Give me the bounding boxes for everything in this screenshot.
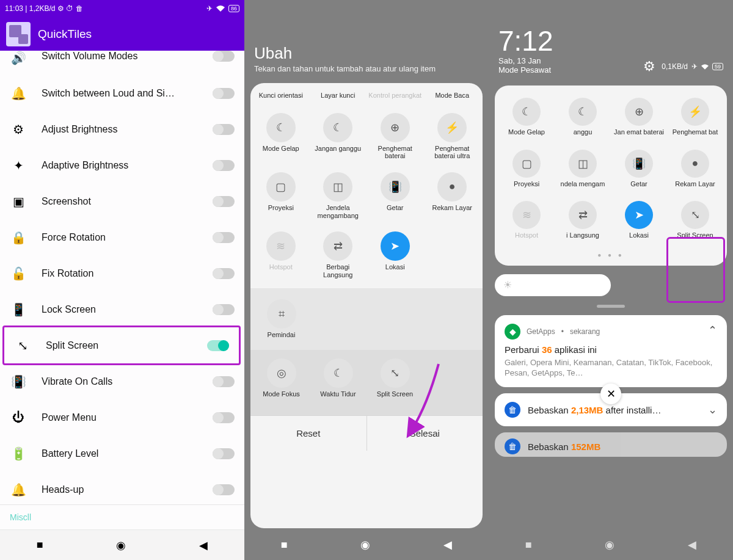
- settings-row[interactable]: ⚙Adjust Brightness: [0, 111, 244, 147]
- toggle-switch[interactable]: [213, 160, 235, 171]
- settings-row[interactable]: 🔓Fix Rotation: [0, 255, 244, 291]
- nav-recent-icon[interactable]: ■: [37, 539, 43, 551]
- toggle-switch[interactable]: [213, 484, 235, 495]
- qs-tile[interactable]: ▢Proyeksi: [498, 146, 555, 194]
- notification-free[interactable]: ✕ 🗑 Bebaskan 2,13MB after installi… ⌄: [495, 393, 727, 426]
- settings-row[interactable]: 🔊Switch Volume Modes: [0, 51, 244, 75]
- chevron-up-icon[interactable]: ⌃: [708, 324, 717, 337]
- qs-tile[interactable]: ➤Lokasi: [611, 197, 667, 245]
- qs-tile[interactable]: ☾Jangan ganggu: [310, 109, 366, 166]
- toggle-switch[interactable]: [213, 268, 235, 279]
- done-button[interactable]: Selesai: [367, 416, 483, 451]
- tile-label: Penghemat baterai: [368, 145, 422, 160]
- settings-row[interactable]: 🔒Force Rotation: [0, 219, 244, 255]
- notification-free-2[interactable]: 🗑 Bebaskan 152MB: [495, 432, 727, 457]
- settings-label: Split Screen: [46, 340, 192, 351]
- qs-tile[interactable]: ●Rekam Layar: [425, 169, 481, 225]
- tile-label: Waktu Tidur: [320, 390, 356, 398]
- toggle-switch[interactable]: [213, 51, 235, 62]
- moon-sun-icon: ☾: [266, 113, 296, 142]
- battery-icon: 🔋: [10, 446, 27, 461]
- settings-row[interactable]: 🔋Battery Level: [0, 435, 244, 471]
- toggle-switch[interactable]: [213, 448, 235, 459]
- toggle-switch[interactable]: [213, 232, 235, 243]
- settings-gear-icon[interactable]: ⚙: [643, 59, 655, 75]
- nav-home-icon[interactable]: ◉: [116, 539, 126, 552]
- toggle-switch[interactable]: [213, 412, 235, 423]
- tile-label: Lokasi: [629, 231, 649, 239]
- qs-mode: Mode Pesawat: [498, 65, 551, 75]
- qs-tile[interactable]: ⌗Pemindai: [253, 296, 310, 345]
- tile-label: Getar: [387, 204, 404, 212]
- window-icon: ◫: [569, 150, 597, 178]
- qs-tile[interactable]: ◫Jendela mengambang: [310, 169, 366, 225]
- qs-tile[interactable]: ⇄Berbagi Langsung: [310, 228, 366, 285]
- settings-row[interactable]: ▣Screenshot: [0, 183, 244, 219]
- qs-tile[interactable]: ☾Mode Gelap: [498, 94, 555, 142]
- qs-tile[interactable]: 📳Getar: [367, 169, 423, 225]
- settings-row[interactable]: 📱Lock Screen: [0, 291, 244, 327]
- battery-icon: 59: [712, 63, 723, 70]
- nav-recent-icon[interactable]: ■: [281, 539, 288, 551]
- tile-label: Mode Gelap: [508, 128, 545, 136]
- settings-list[interactable]: 🔊Switch Volume Modes🔔Switch between Loud…: [0, 51, 244, 504]
- toggle-switch[interactable]: [213, 304, 235, 315]
- cast-icon: ▢: [512, 150, 541, 178]
- qs-tile[interactable]: ≋Hotspot: [498, 197, 555, 245]
- tile-label: anggu: [574, 128, 593, 136]
- settings-row[interactable]: 📳Vibrate On Calls: [0, 363, 244, 399]
- settings-row[interactable]: 🔔Switch between Loud and Si…: [0, 75, 244, 111]
- nav-recent-icon[interactable]: ■: [525, 539, 532, 551]
- settings-row[interactable]: ⤡Split Screen: [4, 327, 239, 363]
- toggle-switch[interactable]: [213, 376, 235, 387]
- tile-label: Mode Gelap: [263, 145, 299, 153]
- qs-tile[interactable]: ⊕Jan emat baterai: [611, 94, 667, 142]
- qs-tile[interactable]: ●Rekam Layar: [667, 146, 723, 194]
- toggle-switch[interactable]: [213, 124, 235, 135]
- qs-tile[interactable]: ☾Mode Gelap: [253, 109, 309, 166]
- settings-label: Fix Rotation: [42, 268, 198, 279]
- toggle-switch[interactable]: [213, 196, 235, 207]
- bolt-icon: ⚡: [681, 98, 709, 126]
- nav-home-icon[interactable]: ◉: [360, 538, 370, 551]
- tile-label: Jan emat baterai: [614, 128, 664, 136]
- qs-tile[interactable]: ≋Hotspot: [253, 228, 309, 285]
- tile-label: Rekam Layar: [675, 180, 715, 188]
- nav-back-icon[interactable]: ◀: [688, 538, 696, 551]
- screenshot-icon: ▣: [10, 194, 27, 209]
- tile-label: Mode Fokus: [263, 390, 300, 398]
- qs-tile[interactable]: ➤Lokasi: [367, 228, 423, 285]
- settings-row[interactable]: ✦Adaptive Brightness: [0, 147, 244, 183]
- notification-getapps[interactable]: ◆ GetApps • sekarang ⌃ Perbarui 36 aplik…: [495, 315, 727, 387]
- qs-tile[interactable]: ⊕Penghemat baterai: [367, 109, 423, 166]
- qs-header: 7:12 Sab, 13 Jan Mode Pesawat ⚙ 0,1KB/d …: [489, 0, 733, 78]
- brightness-icon: ☀: [503, 279, 512, 291]
- qs-tile[interactable]: 📳Getar: [611, 146, 667, 194]
- qs-tile[interactable]: ▢Proyeksi: [253, 169, 309, 225]
- chevron-down-icon[interactable]: ⌄: [708, 403, 717, 416]
- qs-tile[interactable]: ☾Waktu Tidur: [310, 355, 366, 404]
- nav-back-icon[interactable]: ◀: [443, 538, 452, 551]
- settings-label: Screenshot: [42, 196, 198, 207]
- toggle-switch[interactable]: [213, 88, 235, 99]
- qs-tile[interactable]: ⚡Penghemat baterai ultra: [425, 109, 481, 166]
- qs-tile[interactable]: ⚡Penghemat bat: [667, 94, 723, 142]
- drag-handle[interactable]: [597, 305, 625, 308]
- settings-row[interactable]: ⏻Power Menu: [0, 399, 244, 435]
- scan-icon: ⌗: [267, 299, 296, 329]
- qs-tile[interactable]: ◎Mode Fokus: [253, 355, 310, 404]
- settings-row[interactable]: 🔔Heads-up: [0, 471, 244, 504]
- nav-back-icon[interactable]: ◀: [199, 539, 208, 552]
- brightness-slider[interactable]: ☀: [495, 274, 611, 296]
- ring-icon: 🔔: [10, 86, 27, 101]
- qs-tile[interactable]: ☾anggu: [555, 94, 611, 142]
- qs-tile[interactable]: ⤡Split Screen: [366, 355, 423, 404]
- qs-tiles-card: ☾Mode Gelap☾anggu⊕Jan emat baterai⚡Pengh…: [495, 85, 727, 266]
- toggle-switch[interactable]: [207, 340, 229, 351]
- nav-home-icon[interactable]: ◉: [605, 538, 614, 551]
- app-logo-icon: [6, 22, 31, 46]
- close-notification-button[interactable]: ✕: [600, 384, 621, 404]
- reset-button[interactable]: Reset: [250, 416, 367, 451]
- qs-tile[interactable]: ⇄i Langsung: [555, 197, 611, 245]
- qs-tile[interactable]: ◫ndela mengam: [555, 146, 611, 194]
